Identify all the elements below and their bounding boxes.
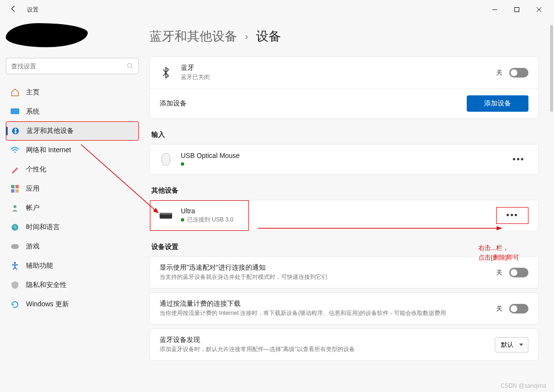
metered-toggle[interactable] [509, 304, 528, 314]
nav-network[interactable]: 网络和 Internet [6, 141, 139, 160]
wifi-icon [11, 146, 19, 155]
window-title: 设置 [27, 6, 39, 14]
main-content: 蓝牙和其他设备 › 设备 蓝牙 蓝牙已关闭 关 添加设备 添加设备 输入 [145, 19, 554, 392]
nav-list: 主页 系统 蓝牙和其他设备 网络和 Internet 个性化 应用 帐户 时间和… [6, 83, 139, 314]
system-icon [11, 107, 19, 116]
section-other-title: 其他设备 [151, 186, 539, 195]
svg-line-3 [131, 67, 133, 69]
bluetooth-subtitle: 蓝牙已关闭 [181, 73, 496, 81]
metered-card: 通过按流量计费的连接下载 当你使用按流量计费的 Internet 连接时，将下载… [149, 292, 539, 325]
device-ultra-more[interactable]: ••• [496, 207, 528, 224]
bluetooth-title: 蓝牙 [181, 64, 496, 72]
discovery-select[interactable]: 默认 [495, 337, 528, 353]
nav-bluetooth[interactable]: 蓝牙和其他设备 [6, 121, 139, 141]
profile-area [6, 23, 139, 52]
bluetooth-icon [160, 66, 172, 79]
bluetooth-toggle[interactable] [509, 68, 528, 78]
clock-icon [11, 223, 19, 232]
nav-privacy[interactable]: 隐私和安全性 [6, 275, 139, 295]
breadcrumb: 蓝牙和其他设备 › 设备 [149, 28, 539, 45]
discovery-card: 蓝牙设备发现 添加蓝牙设备时，默认允许连接常用配件—选择"高级"以查看所有类型的… [149, 328, 539, 361]
window-controls [484, 2, 550, 17]
device-mouse-more[interactable]: ••• [509, 154, 528, 166]
back-button[interactable] [10, 5, 19, 14]
search-input[interactable] [11, 63, 127, 70]
scrollbar[interactable] [550, 25, 553, 112]
svg-rect-10 [15, 189, 19, 193]
nav-gaming[interactable]: 游戏 [6, 237, 139, 256]
svg-point-14 [14, 262, 16, 264]
metered-state: 关 [496, 304, 502, 313]
sidebar: 主页 系统 蓝牙和其他设备 网络和 Internet 个性化 应用 帐户 时间和… [0, 19, 145, 392]
annotation-box [150, 200, 249, 231]
status-dot-icon [181, 162, 184, 166]
svg-rect-4 [11, 108, 19, 114]
shield-icon [11, 281, 19, 289]
minimize-button[interactable] [484, 2, 506, 17]
nav-time[interactable]: 时间和语言 [6, 218, 139, 237]
quickpair-toggle[interactable] [509, 268, 528, 277]
breadcrumb-parent[interactable]: 蓝牙和其他设备 [149, 28, 237, 45]
bluetooth-icon [11, 127, 20, 135]
add-device-button[interactable]: 添加设备 [467, 95, 528, 112]
input-devices-card: USB Optical Mouse ••• [149, 144, 539, 175]
svg-rect-13 [11, 244, 19, 249]
home-icon [11, 88, 19, 97]
brush-icon [11, 165, 19, 174]
profile-redacted [6, 23, 88, 47]
svg-point-11 [14, 205, 16, 208]
quickpair-card: 显示使用"迅速配对"进行连接的通知 当支持的蓝牙设备就在身边并处于配对模式时，可… [149, 256, 539, 288]
svg-point-2 [127, 63, 132, 67]
quickpair-sub: 当支持的蓝牙设备就在身边并处于配对模式时，可快速连接到它们 [160, 273, 496, 281]
svg-rect-8 [15, 185, 19, 188]
nav-home[interactable]: 主页 [6, 83, 139, 102]
mouse-icon [160, 153, 172, 166]
gamepad-icon [11, 242, 19, 251]
bluetooth-state-label: 关 [496, 68, 502, 77]
nav-apps[interactable]: 应用 [6, 179, 139, 198]
other-devices-card: Ultra 已连接到 USB 3.0 ••• [149, 200, 539, 231]
close-button[interactable] [528, 2, 550, 17]
device-mouse-name: USB Optical Mouse [181, 152, 509, 159]
section-input-title: 输入 [151, 131, 539, 139]
section-settings-title: 设备设置 [151, 243, 539, 251]
bluetooth-card: 蓝牙 蓝牙已关闭 关 添加设备 添加设备 [149, 56, 539, 119]
chevron-right-icon: › [245, 31, 248, 42]
nav-system[interactable]: 系统 [6, 102, 139, 121]
quickpair-title: 显示使用"迅速配对"进行连接的通知 [160, 263, 496, 272]
account-icon [11, 204, 19, 212]
nav-update[interactable]: Windows 更新 [6, 295, 139, 314]
nav-personalization[interactable]: 个性化 [6, 160, 139, 179]
search-icon [127, 63, 134, 69]
discovery-sub: 添加蓝牙设备时，默认允许连接常用配件—选择"高级"以查看所有类型的设备 [160, 345, 495, 353]
nav-accessibility[interactable]: 辅助功能 [6, 256, 139, 275]
svg-rect-1 [515, 8, 519, 12]
update-icon [11, 300, 19, 309]
breadcrumb-current: 设备 [256, 28, 281, 45]
search-box[interactable] [6, 58, 139, 74]
svg-point-6 [14, 152, 16, 153]
nav-accounts[interactable]: 帐户 [6, 198, 139, 218]
maximize-button[interactable] [506, 2, 528, 17]
add-device-label: 添加设备 [160, 99, 467, 108]
quickpair-state: 关 [496, 268, 502, 277]
titlebar: 设置 [0, 0, 554, 19]
svg-rect-9 [11, 189, 14, 193]
discovery-title: 蓝牙设备发现 [160, 336, 495, 344]
svg-rect-7 [11, 185, 14, 188]
metered-title: 通过按流量计费的连接下载 [160, 300, 496, 308]
accessibility-icon [11, 261, 19, 270]
metered-sub: 当你使用按流量计费的 Internet 连接时，将下载新设备(驱动程序、信息和应… [160, 309, 496, 317]
apps-icon [11, 184, 19, 193]
watermark: CSDN @sanqima [500, 382, 546, 389]
